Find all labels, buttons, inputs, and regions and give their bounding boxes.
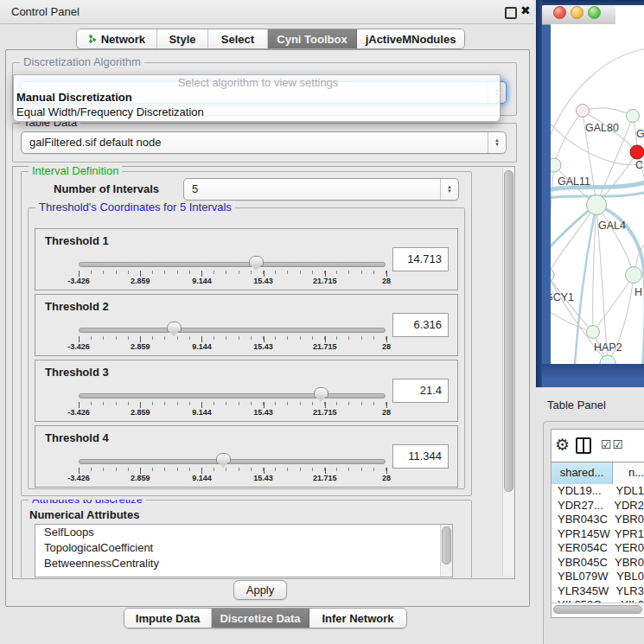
checkbox-icons[interactable]: ☑☑ bbox=[601, 437, 624, 451]
major-tick bbox=[79, 271, 80, 277]
float-window-icon[interactable] bbox=[505, 7, 517, 19]
threshold-value-field[interactable]: 14.713 bbox=[392, 247, 449, 271]
cell-shared-name[interactable]: YBR045C bbox=[552, 556, 610, 571]
network-window-left-edge bbox=[536, 0, 542, 387]
cell-name[interactable]: YLR3 bbox=[611, 584, 644, 599]
combo-stepper-icon[interactable]: ▲▼ bbox=[440, 179, 458, 200]
cell-shared-name[interactable]: YDL19... bbox=[552, 484, 611, 499]
cell-shared-name[interactable]: YPR145W bbox=[552, 527, 610, 542]
tab-network[interactable]: Network bbox=[77, 29, 157, 48]
tab-cyni-toolbox[interactable]: Cyni Toolbox bbox=[268, 29, 357, 48]
cell-name[interactable]: YBR0 bbox=[610, 513, 644, 527]
major-tick bbox=[79, 336, 80, 342]
app: Control Panel ✖ NetworkStyleSelectCyni T… bbox=[0, 0, 644, 644]
node-label: GAL11 bbox=[558, 175, 590, 188]
algorithm-dropdown-popup: Select algorithm to view settings Manual… bbox=[13, 74, 501, 122]
cell-name[interactable]: YDR2 bbox=[609, 499, 644, 513]
cell-shared-name[interactable]: YBL079W bbox=[552, 570, 612, 584]
numerical-attributes-list[interactable]: SelfLoopsTopologicalCoefficientBetweenne… bbox=[35, 524, 453, 577]
threshold-slider[interactable] bbox=[79, 256, 386, 271]
table-row[interactable]: YBL079WYBL0 bbox=[552, 570, 644, 584]
threshold-panel: Threshold 3 -3.4262.8599.14415.4321.7152… bbox=[35, 360, 458, 422]
tab-discretize-data[interactable]: Discretize Data bbox=[212, 609, 309, 628]
dropdown-option[interactable]: Manual Discretization bbox=[14, 90, 500, 105]
slider-track[interactable] bbox=[79, 262, 386, 267]
table-row[interactable]: YDR27...YDR2 bbox=[552, 499, 644, 513]
node-label: GCY1 bbox=[551, 291, 574, 303]
threshold-value-field[interactable]: 11.344 bbox=[392, 444, 449, 469]
threshold-slider[interactable] bbox=[79, 453, 386, 468]
table-horizontal-scrollbar[interactable] bbox=[552, 603, 644, 615]
scrollbar-thumb[interactable] bbox=[442, 526, 451, 564]
dropdown-option[interactable]: Equal Width/Frequency Discretization bbox=[14, 105, 500, 119]
column-header-shared-name[interactable]: shared... bbox=[552, 462, 613, 484]
slider-track[interactable] bbox=[79, 459, 386, 464]
table-data-combobox[interactable]: galFiltered.sif default node ▲▼ bbox=[21, 131, 507, 154]
threshold-label: Threshold 4 bbox=[45, 431, 109, 444]
table-row[interactable]: YLR345WYLR3 bbox=[552, 584, 644, 599]
network-node[interactable] bbox=[587, 195, 607, 215]
cell-shared-name[interactable]: YLR345W bbox=[552, 584, 611, 599]
cell-name[interactable]: YBL0 bbox=[612, 570, 644, 584]
tab-select[interactable]: Select bbox=[208, 29, 268, 48]
cell-name[interactable]: YDL1 bbox=[611, 484, 644, 499]
cell-shared-name[interactable]: YER054C bbox=[552, 541, 610, 556]
attribute-list-item[interactable]: SelfLoops bbox=[35, 525, 452, 540]
close-icon[interactable]: ✖ bbox=[520, 3, 531, 17]
vertical-scrollbar[interactable] bbox=[502, 168, 513, 576]
tick-label: 28 bbox=[382, 277, 391, 285]
table-row[interactable]: YDL19...YDL1 bbox=[552, 484, 644, 499]
major-tick bbox=[325, 402, 326, 408]
apply-button[interactable]: Apply bbox=[233, 580, 287, 600]
cell-shared-name[interactable]: YDR27... bbox=[552, 499, 609, 513]
table-row[interactable]: YPR145WYPR1 bbox=[552, 527, 644, 542]
scrollbar-thumb[interactable] bbox=[504, 170, 513, 492]
slider-track[interactable] bbox=[79, 328, 386, 333]
column-header-name[interactable]: n... bbox=[613, 462, 644, 484]
network-node[interactable] bbox=[551, 158, 561, 172]
major-tick bbox=[140, 336, 141, 342]
number-of-intervals-combobox[interactable]: 5 ▲▼ bbox=[183, 178, 459, 201]
node-label: C bbox=[635, 159, 643, 171]
list-scrollbar[interactable] bbox=[440, 525, 452, 577]
table-row[interactable]: YBR045CYBR0 bbox=[552, 556, 644, 571]
threshold-slider[interactable] bbox=[79, 387, 386, 402]
table-row[interactable]: YER054CYER0 bbox=[552, 541, 644, 556]
slider-thumb[interactable] bbox=[216, 453, 231, 463]
major-tick bbox=[79, 468, 80, 474]
table-row[interactable]: YBR043CYBR0 bbox=[552, 513, 644, 527]
network-canvas[interactable]: GAL80GCGAL11GAL4GCY1HHAP2 bbox=[551, 24, 644, 364]
dropdown-placeholder-option[interactable]: Select algorithm to view settings bbox=[14, 75, 500, 90]
cell-name[interactable]: YBR0 bbox=[610, 556, 644, 571]
gear-icon[interactable]: ⚙ bbox=[555, 435, 570, 455]
slider-thumb[interactable] bbox=[167, 322, 182, 332]
cell-name[interactable]: YPR1 bbox=[610, 527, 644, 542]
attribute-list-item[interactable]: BetweennessCentrality bbox=[35, 556, 452, 571]
network-node[interactable] bbox=[627, 110, 640, 123]
combo-stepper-icon[interactable]: ▲▼ bbox=[488, 132, 506, 153]
slider-thumb[interactable] bbox=[314, 387, 328, 398]
slider-track[interactable] bbox=[79, 393, 386, 399]
attribute-list-item[interactable]: TopologicalCoefficient bbox=[35, 540, 452, 556]
close-traffic-light[interactable] bbox=[553, 6, 566, 19]
network-node[interactable] bbox=[577, 105, 590, 118]
scrollbar-thumb[interactable] bbox=[553, 605, 642, 614]
threshold-value-field[interactable]: 6.316 bbox=[392, 313, 449, 337]
tab-style[interactable]: Style bbox=[157, 29, 208, 48]
threshold-label: Threshold 1 bbox=[45, 234, 109, 247]
threshold-value-field[interactable]: 21.4 bbox=[392, 379, 449, 403]
minimize-traffic-light[interactable] bbox=[571, 6, 583, 19]
columns-icon[interactable] bbox=[576, 437, 591, 454]
tab-impute-data[interactable]: Impute Data bbox=[124, 609, 212, 628]
zoom-traffic-light[interactable] bbox=[588, 6, 601, 19]
cell-name[interactable]: YER0 bbox=[610, 541, 644, 556]
tab-infer-network[interactable]: Infer Network bbox=[309, 609, 406, 628]
threshold-slider[interactable] bbox=[79, 322, 386, 336]
network-node[interactable] bbox=[630, 145, 644, 159]
cell-shared-name[interactable]: YBR043C bbox=[552, 513, 610, 527]
threshold-panel: Threshold 2 -3.4262.8599.14415.4321.7152… bbox=[35, 294, 458, 356]
network-node[interactable] bbox=[626, 267, 642, 284]
network-node[interactable] bbox=[587, 326, 600, 339]
slider-thumb[interactable] bbox=[249, 256, 264, 266]
tab-jactivemnodules[interactable]: jActiveMNodules bbox=[357, 29, 464, 48]
